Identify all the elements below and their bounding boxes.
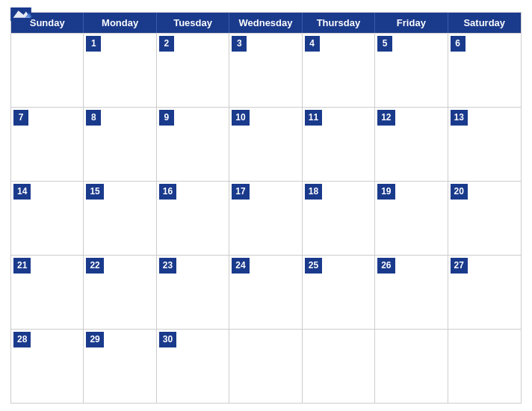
day-number: 29 [86,332,103,347]
day-cell: 24 [229,256,302,329]
day-cell: 2 [157,34,229,107]
logo [10,7,31,22]
week-row-4: 282930 [11,329,521,403]
day-number: 14 [13,184,31,200]
day-number: 13 [451,110,468,126]
day-cell: 5 [375,34,448,107]
day-cell [229,330,302,403]
day-cell: 6 [448,34,521,107]
day-number: 7 [13,110,28,126]
day-cell: 4 [303,34,375,107]
day-cell: 9 [157,108,229,181]
day-number: 27 [451,258,468,274]
day-number: 17 [232,184,249,200]
day-number: 28 [13,332,31,347]
day-number: 11 [305,110,322,126]
day-cell: 29 [84,330,156,403]
day-cell [448,330,521,403]
day-cell: 3 [229,34,302,107]
day-cell: 28 [11,330,84,403]
day-cell [375,330,448,403]
day-number: 6 [451,36,466,52]
day-cell: 14 [11,182,84,255]
day-header-thursday: Thursday [303,13,375,33]
day-number: 15 [86,184,103,200]
day-number: 26 [377,258,395,274]
week-row-3: 21222324252627 [11,255,521,329]
calendar-container: SundayMondayTuesdayWednesdayThursdayFrid… [0,0,532,411]
day-header-tuesday: Tuesday [157,13,229,33]
day-cell: 7 [11,108,84,181]
day-headers-row: SundayMondayTuesdayWednesdayThursdayFrid… [11,13,521,33]
day-cell [11,34,84,107]
day-number: 21 [13,258,31,274]
day-number: 12 [377,110,395,126]
day-cell: 22 [84,256,156,329]
day-number: 20 [451,184,468,200]
day-cell: 23 [157,256,229,329]
week-row-0: 123456 [11,33,521,107]
day-cell: 25 [303,256,375,329]
day-cell: 8 [84,108,156,181]
day-number: 1 [86,36,101,52]
day-cell: 20 [448,182,521,255]
day-cell: 17 [229,182,302,255]
week-row-2: 14151617181920 [11,181,521,255]
day-number: 3 [232,36,247,52]
day-number: 25 [305,258,322,274]
day-cell: 16 [157,182,229,255]
day-number: 18 [305,184,322,200]
day-cell: 15 [84,182,156,255]
day-cell: 26 [375,256,448,329]
day-number: 8 [86,110,101,126]
day-cell [303,330,375,403]
day-number: 2 [159,36,174,52]
day-cell: 27 [448,256,521,329]
calendar-grid: SundayMondayTuesdayWednesdayThursdayFrid… [10,12,522,404]
day-header-friday: Friday [375,13,448,33]
day-number: 30 [159,332,176,347]
day-cell: 19 [375,182,448,255]
day-number: 5 [377,36,392,52]
day-number: 23 [159,258,176,274]
day-cell: 12 [375,108,448,181]
day-number: 22 [86,258,103,274]
day-header-monday: Monday [84,13,156,33]
day-cell: 30 [157,330,229,403]
day-cell: 18 [303,182,375,255]
day-cell: 10 [229,108,302,181]
day-header-wednesday: Wednesday [229,13,302,33]
day-cell: 11 [303,108,375,181]
day-number: 24 [232,258,249,274]
day-number: 16 [159,184,176,200]
day-number: 19 [377,184,395,200]
day-number: 10 [232,110,249,126]
weeks-container: 1234567891011121314151617181920212223242… [11,33,521,403]
day-header-saturday: Saturday [448,13,521,33]
day-number: 4 [305,36,320,52]
day-cell: 13 [448,108,521,181]
week-row-1: 78910111213 [11,107,521,181]
general-blue-icon [10,7,31,21]
day-cell: 1 [84,34,156,107]
day-number: 9 [159,110,174,126]
day-cell: 21 [11,256,84,329]
